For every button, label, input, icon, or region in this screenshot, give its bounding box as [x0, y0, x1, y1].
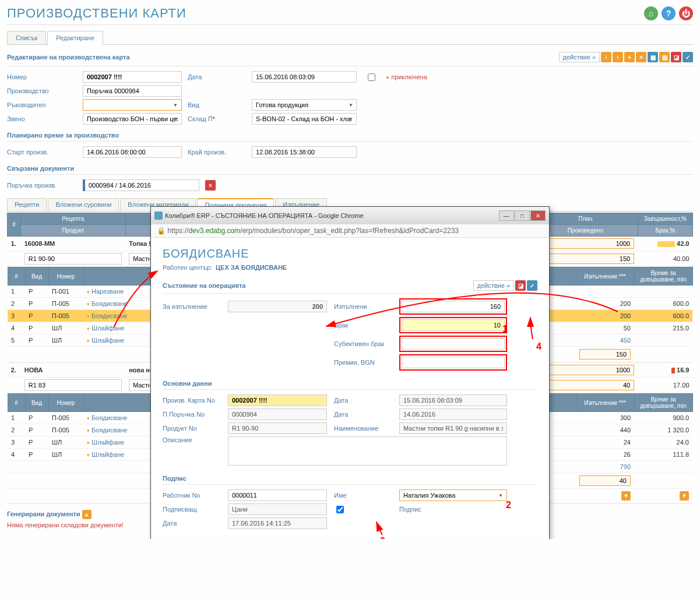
number-label: Номер [7, 73, 77, 80]
done-input[interactable] [402, 301, 505, 312]
col-completion: Завършеност,% [638, 213, 692, 225]
col-idx: # [8, 213, 21, 237]
date-input[interactable] [252, 71, 357, 83]
home-icon[interactable]: ⌂ [644, 6, 658, 20]
order-no-input [228, 408, 327, 420]
nav-first-icon[interactable]: ‹ [601, 52, 611, 62]
recipe-code-input[interactable] [24, 253, 122, 265]
worker-name-input[interactable] [400, 490, 506, 501]
end-label: Край произв. [188, 149, 246, 156]
signer-input [228, 503, 327, 515]
number-input[interactable] [83, 71, 182, 83]
order-label: Поръчка произв. [7, 182, 77, 189]
tab-edit[interactable]: Редактиране [47, 31, 103, 45]
bonus-input[interactable] [402, 357, 505, 368]
linked-docs-header: Свързани документи [7, 160, 693, 175]
subj-waste-label: Субективен брак [334, 340, 392, 347]
modal-cancel-icon[interactable]: ◪ [515, 280, 526, 291]
date-label: Дата [188, 73, 246, 80]
close-button[interactable]: ✕ [530, 210, 546, 221]
sign-chk-label: Подпис [399, 506, 507, 513]
tab-list[interactable]: Списък [7, 31, 46, 44]
closed-label: « приключена [386, 73, 467, 80]
collapse-icon[interactable]: ▼ [621, 491, 631, 501]
calc-icon[interactable]: ▦ [648, 52, 658, 62]
card-no-input[interactable] [228, 394, 327, 406]
annotation-4: 4 [536, 341, 541, 352]
closed-checkbox[interactable] [365, 73, 378, 81]
order-date-label: Дата [334, 411, 392, 418]
sign-header: Подпис [163, 475, 187, 482]
recipe-code-input[interactable] [24, 379, 122, 391]
sign-checkbox[interactable] [336, 506, 344, 513]
col-waste: Брак,% [638, 225, 692, 237]
modal-action-dropdown[interactable]: действие » [473, 280, 515, 291]
production-input[interactable] [83, 85, 182, 97]
unit-select[interactable] [83, 113, 182, 125]
app-icon [154, 212, 163, 220]
nav-new-icon[interactable]: + [624, 52, 635, 62]
warehouse-select[interactable] [252, 113, 357, 125]
desc-textarea[interactable] [228, 436, 507, 466]
edit-section-title: Редактиране на производствена карта [7, 54, 130, 61]
gen-docs-title: Генерирани документи [7, 510, 80, 517]
for-exec-label: За изпълнение [163, 303, 221, 310]
total-input[interactable] [579, 475, 631, 486]
waste-label: Брак [334, 322, 392, 329]
order-no-label: П Поръчка No [163, 411, 221, 418]
action-dropdown[interactable]: действие » [559, 52, 600, 62]
collapse-icon[interactable]: ▼ [680, 491, 689, 501]
manager-label: Ръководител [7, 101, 77, 108]
annotation-3: 3 [380, 536, 385, 539]
main-header: Основни данни [163, 380, 212, 387]
waste-input[interactable] [402, 319, 505, 331]
signer-label: Подписващ [163, 506, 221, 513]
manager-input[interactable] [83, 100, 181, 110]
worker-name-label: Име [334, 492, 392, 499]
start-label: Старт произв. [7, 149, 77, 156]
page-title: ПРОИЗВОДСТВЕНИ КАРТИ [7, 6, 187, 21]
planned-time-header: Планирано време за производство [7, 127, 693, 142]
desc-label: Описание [163, 436, 221, 443]
nav-del-icon[interactable]: × [636, 52, 646, 62]
sign-date-input [228, 517, 327, 529]
plan-input[interactable] [537, 238, 634, 249]
total-input[interactable] [579, 349, 631, 360]
sign-date-label: Дата [163, 520, 221, 527]
delete-order-icon[interactable]: × [205, 180, 216, 191]
done-label: Изпълнени [334, 303, 392, 310]
produced-input[interactable] [537, 380, 634, 390]
start-input[interactable] [83, 146, 182, 158]
cancel-icon[interactable]: ◪ [671, 52, 681, 62]
subj-waste-input[interactable] [402, 338, 505, 350]
plan-input[interactable] [537, 365, 634, 375]
produced-input[interactable] [537, 253, 634, 264]
save-icon[interactable]: ✓ [683, 52, 693, 62]
url-bar: 🔒 https://dev3.edabg.com/erp/modules/bon… [151, 224, 549, 238]
inner-tab-recipes[interactable]: Рецепти [7, 198, 47, 211]
order-input[interactable] [85, 179, 199, 191]
type-select[interactable] [252, 99, 357, 111]
card-date-input [399, 394, 507, 406]
product-no-label: Продукт No [163, 425, 221, 432]
operation-state-modal: Колибри® ERP - СЪСТОЯНИЕ НА ОПЕРАЦИЯТА -… [150, 206, 550, 539]
power-icon[interactable]: ⏻ [679, 6, 693, 20]
card-date-label: Дата [334, 397, 392, 404]
unit-label: Звено [7, 115, 77, 122]
col-product: Продукт [21, 225, 125, 237]
help-icon[interactable]: ? [662, 6, 676, 20]
modal-save-icon[interactable]: ✓ [527, 280, 537, 291]
inner-tab-raw[interactable]: Вложени суровини [48, 198, 119, 211]
nav-prev-icon[interactable]: › [613, 52, 623, 62]
minimize-button[interactable]: — [499, 210, 514, 221]
annotation-1: 1 [502, 324, 508, 334]
copy-icon[interactable]: ▤ [659, 52, 670, 62]
expand-icon[interactable]: ▲ [82, 510, 92, 519]
maximize-button[interactable]: □ [515, 210, 530, 221]
end-input[interactable] [252, 146, 357, 158]
worker-no-input[interactable] [228, 489, 327, 501]
product-name-input [399, 422, 507, 434]
window-title: Колибри® ERP - СЪСТОЯНИЕ НА ОПЕРАЦИЯТА -… [165, 212, 364, 219]
product-no-input [228, 422, 327, 434]
state-header: Състояние на операцията [163, 282, 245, 289]
